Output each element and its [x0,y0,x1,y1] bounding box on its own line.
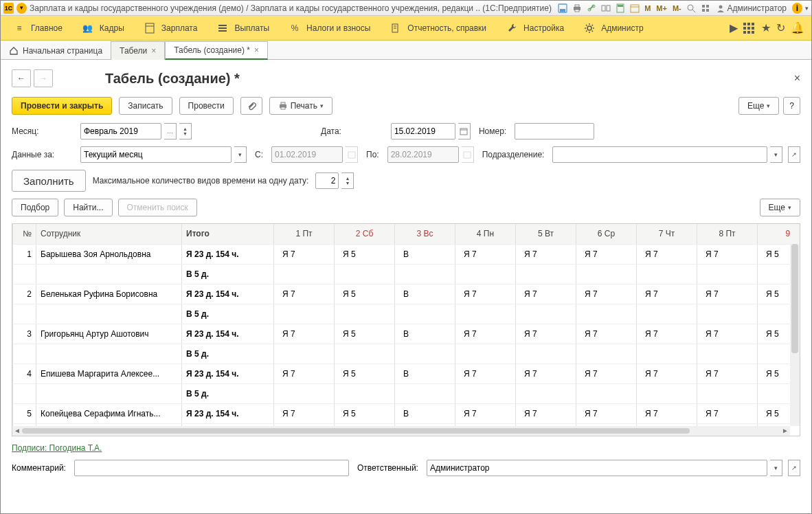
comment-input[interactable] [74,460,349,476]
play-icon[interactable]: ▶ [730,21,738,34]
bell-icon[interactable]: 🔔 [791,21,804,34]
col-day[interactable]: 7 Чт [637,224,697,244]
save-icon[interactable] [557,2,569,14]
table-row[interactable]: 2Беленькая Руфина БорисовнаЯ 23 д. 154 ч… [13,284,801,304]
signatures-link[interactable]: Подписи: Погодина Т.А. [12,443,102,453]
col-num[interactable]: № [13,224,36,244]
mm-payments[interactable]: Выплаты [207,16,279,40]
table-row[interactable]: 4Епишева Маргарита Алексее...Я 23 д. 154… [13,364,801,383]
col-day[interactable]: 3 Вс [395,224,455,244]
chevron-down-icon[interactable]: ▾ [770,146,782,163]
chevron-down-icon[interactable]: ▾ [770,460,782,476]
info-dropdown-icon[interactable]: ▾ [805,5,809,12]
table-row[interactable]: 3Григорьянц Артур АшотовичЯ 23 д. 154 ч.… [13,324,801,344]
responsible-value[interactable]: Администратор [427,460,767,476]
max-kinds-input[interactable]: 2 ▲▼ [315,172,354,189]
scroll-left-icon[interactable]: ◄ [12,426,22,436]
col-employee[interactable]: Сотрудник [36,224,182,244]
svg-rect-22 [218,25,227,26]
col-day[interactable]: 1 Пт [274,224,335,244]
info-icon[interactable]: i [792,3,802,14]
vertical-scrollbar[interactable] [790,244,800,426]
mm-reports[interactable]: Отчетность, справки [380,16,496,40]
col-day[interactable]: 8 Пт [697,224,758,244]
mm-salary[interactable]: Зарплата [134,16,207,40]
dept-value[interactable] [552,146,767,163]
table-row-sub[interactable]: В 5 д. [13,264,801,284]
data-for-value[interactable]: Текущий месяц [80,146,232,163]
stepper-buttons[interactable]: ▲▼ [179,123,192,139]
table-row-sub[interactable]: В 5 д. [13,344,801,364]
mm-staff[interactable]: 👥 Кадры [72,16,134,40]
compare-icon[interactable] [600,2,612,14]
col-day[interactable]: 2 Сб [335,224,395,244]
table-row-sub[interactable]: В 5 д. [13,304,801,324]
chevron-down-icon[interactable]: ▾ [234,146,247,163]
print-icon[interactable] [572,2,583,14]
user-menu[interactable]: Администратор [714,3,789,13]
table-row[interactable]: 5Копейцева Серафима Игнать...Я 23 д. 154… [13,403,801,423]
attach-button[interactable] [240,97,262,115]
tab-timesheets[interactable]: Табели × [111,41,165,60]
responsible-select[interactable]: Администратор ▾ ↗ [427,460,800,476]
data-for-select[interactable]: Текущий месяц ▾ [80,146,247,163]
table-row-sub[interactable]: В 5 д. [13,383,801,403]
open-icon[interactable]: ↗ [788,460,800,476]
number-input[interactable] [515,123,594,139]
apps-grid-icon[interactable] [743,23,756,34]
star-icon[interactable]: ★ [761,21,771,34]
table-row[interactable]: 1Барышева Зоя АрнольдовнаЯ 23 д. 154 ч.Я… [13,244,801,264]
mm-taxes[interactable]: % Налоги и взносы [279,16,380,40]
tab-timesheet-create[interactable]: Табель (создание) * × [165,41,268,60]
dept-select[interactable]: ▾ ↗ [552,146,800,163]
link-icon[interactable] [586,2,598,14]
timesheet-table[interactable]: № Сотрудник Итого 1 Пт 2 Сб 3 Вс 4 Пн 5 … [12,223,800,436]
svg-rect-32 [460,128,467,135]
help-button[interactable]: ? [783,97,800,115]
month-value[interactable]: Февраль 2019 [80,123,161,139]
table-more-button[interactable]: Еще ▾ [760,199,800,216]
write-button[interactable]: Записать [119,97,172,115]
close-icon[interactable]: × [151,46,156,56]
ellipsis-button[interactable]: … [164,123,177,139]
col-day[interactable]: 5 Вт [516,224,576,244]
tab-home[interactable]: Начальная страница [1,41,111,60]
mm-admin[interactable]: Администр [574,16,653,40]
m-plus-button[interactable]: M+ [655,4,668,12]
back-button[interactable]: ← [12,69,31,87]
fill-button[interactable]: Заполнить [12,170,86,192]
horizontal-scrollbar[interactable]: ◄ ► [12,426,790,436]
col-total[interactable]: Итого [182,224,274,244]
stepper-buttons[interactable]: ▲▼ [341,172,354,189]
col-day[interactable]: 4 Пн [455,224,516,244]
history-icon[interactable]: ↻ [776,21,785,34]
zoom-icon[interactable] [686,2,697,14]
calendar-icon[interactable] [629,2,640,14]
burger-menu[interactable]: ≡ Главное [3,16,72,40]
col-day[interactable]: 9 [758,224,801,244]
open-icon[interactable]: ↗ [788,146,800,163]
close-page-icon[interactable]: × [794,72,800,85]
mm-settings[interactable]: Настройка [496,16,574,40]
calculator-icon[interactable] [614,2,626,14]
run-and-close-button[interactable]: Провести и закрыть [12,97,112,115]
scroll-right-icon[interactable]: ► [780,426,790,436]
app-dropdown-icon[interactable]: ▾ [16,3,27,14]
pick-button[interactable]: Подбор [12,199,58,216]
run-button[interactable]: Провести [179,97,234,115]
date-value[interactable]: 15.02.2019 [391,123,455,139]
calendar-picker-icon[interactable] [458,123,471,139]
more-button[interactable]: Еще ▾ [738,97,779,115]
close-icon[interactable]: × [254,45,259,55]
max-kinds-value[interactable]: 2 [315,172,339,189]
m-button[interactable]: M [643,4,652,12]
find-button[interactable]: Найти... [64,199,112,216]
grid-icon[interactable] [700,2,712,14]
month-field[interactable]: Февраль 2019 … ▲▼ [80,123,192,139]
m-minus-button[interactable]: M- [671,4,683,12]
print-button[interactable]: Печать ▾ [269,97,332,115]
date-field[interactable]: 15.02.2019 [391,123,471,139]
col-day[interactable]: 6 Ср [576,224,637,244]
menu-icon: ≡ [13,22,25,34]
svg-point-28 [587,26,591,30]
